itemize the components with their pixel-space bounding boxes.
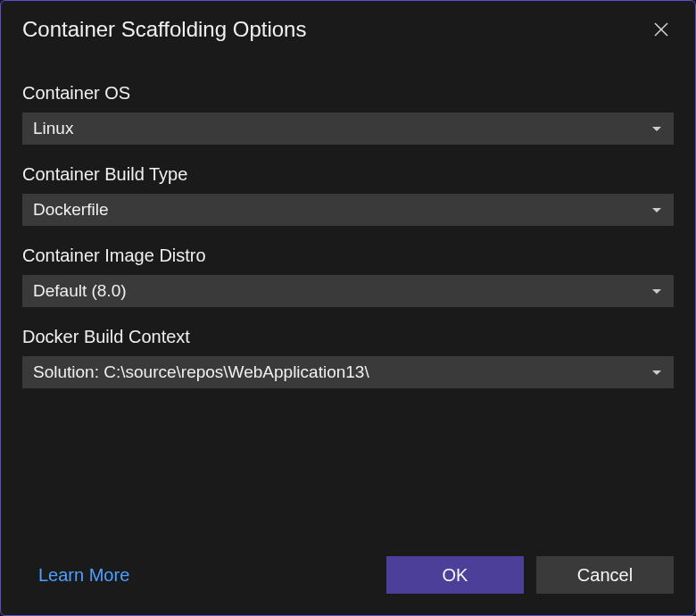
- learn-more-link[interactable]: Learn More: [38, 565, 129, 586]
- titlebar: Container Scaffolding Options: [1, 1, 695, 53]
- container-os-select[interactable]: Linux: [22, 112, 674, 145]
- container-os-value: Linux: [33, 119, 73, 138]
- chevron-down-icon: [652, 127, 661, 131]
- chevron-down-icon: [652, 208, 661, 212]
- chevron-down-icon: [652, 289, 661, 294]
- field-build-type: Container Build Type Dockerfile: [22, 164, 674, 226]
- field-image-distro: Container Image Distro Default (8.0): [22, 246, 674, 307]
- image-distro-label: Container Image Distro: [22, 246, 674, 266]
- image-distro-select[interactable]: Default (8.0): [22, 275, 674, 307]
- build-type-select[interactable]: Dockerfile: [22, 194, 674, 226]
- dialog-title: Container Scaffolding Options: [22, 17, 306, 42]
- content-area: Container OS Linux Container Build Type …: [1, 53, 695, 538]
- footer: Learn More OK Cancel: [1, 538, 695, 615]
- image-distro-value: Default (8.0): [33, 281, 127, 301]
- close-button[interactable]: [649, 17, 674, 42]
- ok-button[interactable]: OK: [386, 556, 524, 594]
- cancel-button[interactable]: Cancel: [536, 556, 674, 594]
- build-context-label: Docker Build Context: [22, 327, 674, 347]
- build-type-label: Container Build Type: [22, 164, 674, 185]
- build-context-value: Solution: C:\source\repos\WebApplication…: [33, 362, 369, 382]
- field-build-context: Docker Build Context Solution: C:\source…: [22, 327, 674, 388]
- chevron-down-icon: [652, 370, 661, 375]
- close-icon: [653, 21, 669, 37]
- container-os-label: Container OS: [22, 83, 674, 104]
- field-container-os: Container OS Linux: [22, 83, 674, 145]
- build-type-value: Dockerfile: [33, 200, 108, 220]
- build-context-select[interactable]: Solution: C:\source\repos\WebApplication…: [22, 356, 674, 388]
